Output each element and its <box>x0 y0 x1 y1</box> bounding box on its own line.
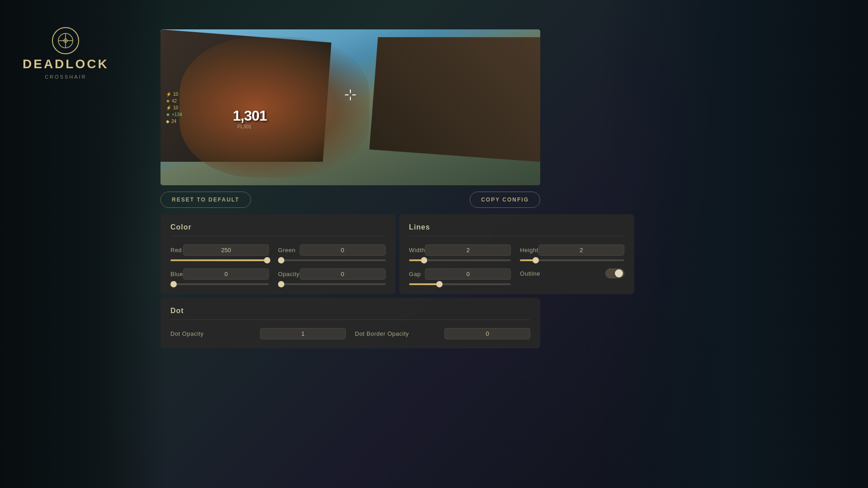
red-label: Red <box>170 247 182 253</box>
opacity-input[interactable] <box>300 268 386 280</box>
dot-opacity-label: Dot Opacity <box>170 330 203 337</box>
gap-input[interactable] <box>425 268 511 280</box>
dot-panel-title: Dot <box>170 307 530 320</box>
hud-item-1: ⚡ 10 <box>166 91 182 96</box>
hud-item-5: ◆ 24 <box>166 118 182 123</box>
hud-item-2: ★ 42 <box>166 98 182 103</box>
blue-slider-thumb[interactable] <box>170 281 177 287</box>
lines-panel-title: Lines <box>409 223 624 236</box>
green-label: Green <box>278 247 296 253</box>
green-setting: Green <box>278 244 386 261</box>
dot-opacity-setting: Dot Opacity <box>170 328 346 339</box>
width-slider-thumb[interactable] <box>421 257 427 263</box>
opacity-row: Opacity <box>278 268 386 280</box>
app-title: DEADLOCK <box>23 57 109 71</box>
app-subtitle: CROSSHAIR <box>45 74 86 80</box>
blue-slider-track[interactable] <box>170 283 269 285</box>
dot-settings-grid: Dot Opacity Dot Border Opacity <box>170 328 530 339</box>
main-panel: ⚡ 10 ★ 42 ⚡ 10 ★ +134 ◆ 24 1,301 FL301 R… <box>160 29 540 348</box>
dot-panel: Dot Dot Opacity Dot Border Opacity <box>160 298 540 348</box>
red-slider-thumb[interactable] <box>264 257 270 263</box>
hud-item-4: ★ +134 <box>166 112 182 117</box>
color-panel-title: Color <box>170 223 386 236</box>
red-setting: Red <box>170 244 269 261</box>
hud-item-3: ⚡ 10 <box>166 105 182 110</box>
height-row: Height <box>520 244 624 256</box>
dot-border-opacity-input[interactable] <box>444 328 530 339</box>
width-label: Width <box>409 247 425 253</box>
opacity-label: Opacity <box>278 271 300 277</box>
opacity-slider-thumb[interactable] <box>278 281 284 287</box>
character-robot <box>179 37 369 178</box>
outline-toggle-thumb <box>615 269 623 277</box>
screenshot-preview: ⚡ 10 ★ 42 ⚡ 10 ★ +134 ◆ 24 1,301 FL301 <box>160 29 540 185</box>
width-input[interactable] <box>425 244 511 256</box>
gap-slider-fill <box>409 283 440 285</box>
height-input[interactable] <box>538 244 624 256</box>
opacity-slider-track[interactable] <box>278 283 386 285</box>
damage-sub: FL301 <box>237 124 251 129</box>
height-setting: Height <box>520 244 624 261</box>
bg-right-vignette <box>597 0 868 488</box>
blue-row: Blue <box>170 268 269 280</box>
color-settings-grid: Red Green <box>170 244 386 285</box>
height-slider-thumb[interactable] <box>533 257 539 263</box>
width-slider-track[interactable] <box>409 259 511 261</box>
building-right <box>369 37 540 162</box>
dot-opacity-input[interactable] <box>260 328 346 339</box>
reset-button[interactable]: RESET TO DEFAULT <box>160 192 251 208</box>
green-row: Green <box>278 244 386 256</box>
lines-settings-grid: Width Height <box>409 244 624 285</box>
settings-row: Color Red Green <box>160 214 540 294</box>
dot-border-opacity-label: Dot Border Opacity <box>355 330 409 337</box>
logo-area: DEADLOCK CROSSHAIR <box>23 27 109 80</box>
blue-label: Blue <box>170 271 183 277</box>
outline-toggle[interactable] <box>605 268 624 278</box>
blue-setting: Blue <box>170 268 269 285</box>
gap-setting: Gap <box>409 268 511 285</box>
dot-border-opacity-row: Dot Border Opacity <box>355 328 530 339</box>
dot-border-opacity-setting: Dot Border Opacity <box>355 328 530 339</box>
svg-point-4 <box>65 40 66 42</box>
green-input[interactable] <box>300 244 386 256</box>
outline-label: Outline <box>520 270 540 277</box>
logo-icon <box>52 27 79 54</box>
red-slider-track[interactable] <box>170 259 269 261</box>
opacity-setting: Opacity <box>278 268 386 285</box>
width-setting: Width <box>409 244 511 261</box>
copy-config-button[interactable]: COPY CONFIG <box>470 192 540 208</box>
dot-opacity-row: Dot Opacity <box>170 328 346 339</box>
red-input[interactable] <box>183 244 269 256</box>
color-panel: Color Red Green <box>160 214 396 294</box>
controls-bar: RESET TO DEFAULT COPY CONFIG <box>160 185 540 214</box>
damage-number: 1,301 <box>233 108 267 124</box>
height-slider-track[interactable] <box>520 259 624 261</box>
crosshair-display <box>345 89 356 100</box>
gap-row: Gap <box>409 268 511 280</box>
width-row: Width <box>409 244 511 256</box>
green-slider-track[interactable] <box>278 259 386 261</box>
height-label: Height <box>520 247 538 253</box>
lines-panel: Lines Width Height <box>399 214 634 294</box>
red-row: Red <box>170 244 269 256</box>
blue-input[interactable] <box>183 268 269 280</box>
outline-setting: Outline <box>520 268 624 285</box>
red-slider-fill <box>170 259 267 261</box>
gap-label: Gap <box>409 271 421 277</box>
gap-slider-track[interactable] <box>409 283 511 285</box>
game-screenshot: ⚡ 10 ★ 42 ⚡ 10 ★ +134 ◆ 24 1,301 FL301 <box>160 29 540 185</box>
game-hud: ⚡ 10 ★ 42 ⚡ 10 ★ +134 ◆ 24 <box>166 91 182 123</box>
gap-slider-thumb[interactable] <box>436 281 443 287</box>
green-slider-thumb[interactable] <box>278 257 284 263</box>
outline-row: Outline <box>520 268 624 278</box>
